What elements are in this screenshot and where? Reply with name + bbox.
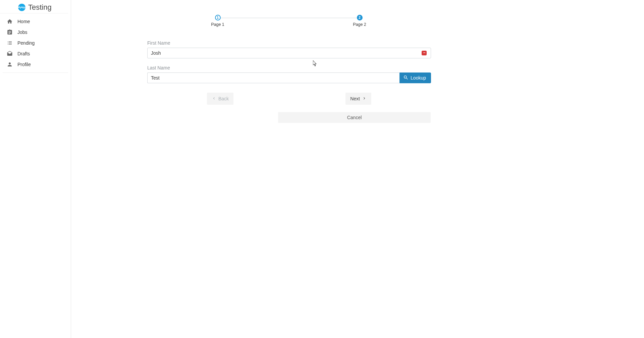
search-icon bbox=[403, 75, 409, 81]
last-name-input[interactable] bbox=[147, 73, 399, 83]
nav-label: Home bbox=[17, 19, 30, 24]
first-name-input[interactable] bbox=[147, 48, 431, 58]
sidebar: MyApp Testing Home Jobs Pending Drafts bbox=[0, 0, 71, 338]
step-1[interactable]: 1 Page 1 bbox=[208, 15, 228, 27]
nav-label: Pending bbox=[17, 40, 35, 46]
last-name-field: Last Name Lookup bbox=[147, 65, 431, 83]
nav-buttons: Back Next bbox=[147, 93, 431, 105]
content: 1 Page 1 2 Page 2 First Name Last Name bbox=[147, 0, 431, 123]
nav-item-jobs[interactable]: Jobs bbox=[3, 27, 68, 38]
drafts-icon bbox=[7, 51, 13, 57]
nav-item-drafts[interactable]: Drafts bbox=[3, 48, 68, 59]
stepper: 1 Page 1 2 Page 2 bbox=[147, 15, 431, 28]
password-extension-icon[interactable] bbox=[422, 51, 427, 55]
cancel-button[interactable]: Cancel bbox=[278, 112, 431, 123]
clipboard-icon bbox=[7, 29, 13, 35]
list-icon bbox=[7, 40, 13, 46]
back-label: Back bbox=[218, 96, 229, 101]
nav-label: Jobs bbox=[17, 30, 28, 35]
sidebar-header: MyApp Testing bbox=[0, 0, 68, 13]
chevron-right-icon bbox=[362, 96, 367, 102]
first-name-label: First Name bbox=[147, 40, 431, 46]
back-button: Back bbox=[207, 93, 233, 105]
step-1-circle: 1 bbox=[215, 15, 221, 20]
stepper-line bbox=[220, 18, 358, 18]
nav-item-profile[interactable]: Profile bbox=[3, 59, 68, 70]
cancel-label: Cancel bbox=[347, 115, 362, 120]
app-logo: MyApp bbox=[18, 4, 25, 11]
next-button[interactable]: Next bbox=[345, 93, 371, 105]
next-label: Next bbox=[350, 96, 360, 101]
nav-label: Profile bbox=[17, 62, 31, 67]
step-2-circle: 2 bbox=[357, 15, 363, 20]
step-2[interactable]: 2 Page 2 bbox=[350, 15, 370, 27]
lookup-button[interactable]: Lookup bbox=[399, 73, 431, 83]
home-icon bbox=[7, 18, 13, 25]
nav-item-home[interactable]: Home bbox=[3, 16, 68, 27]
step-1-label: Page 1 bbox=[211, 22, 224, 27]
chevron-left-icon bbox=[212, 96, 216, 102]
last-name-label: Last Name bbox=[147, 65, 431, 70]
lookup-label: Lookup bbox=[411, 75, 426, 81]
nav-list: Home Jobs Pending Drafts Profile bbox=[3, 15, 68, 73]
main: 1 Page 1 2 Page 2 First Name Last Name bbox=[71, 0, 644, 338]
step-2-label: Page 2 bbox=[353, 22, 366, 27]
nav-item-pending[interactable]: Pending bbox=[3, 38, 68, 48]
person-icon bbox=[7, 61, 13, 67]
app-title: Testing bbox=[28, 3, 52, 12]
first-name-field: First Name bbox=[147, 40, 431, 58]
nav-label: Drafts bbox=[17, 51, 30, 56]
